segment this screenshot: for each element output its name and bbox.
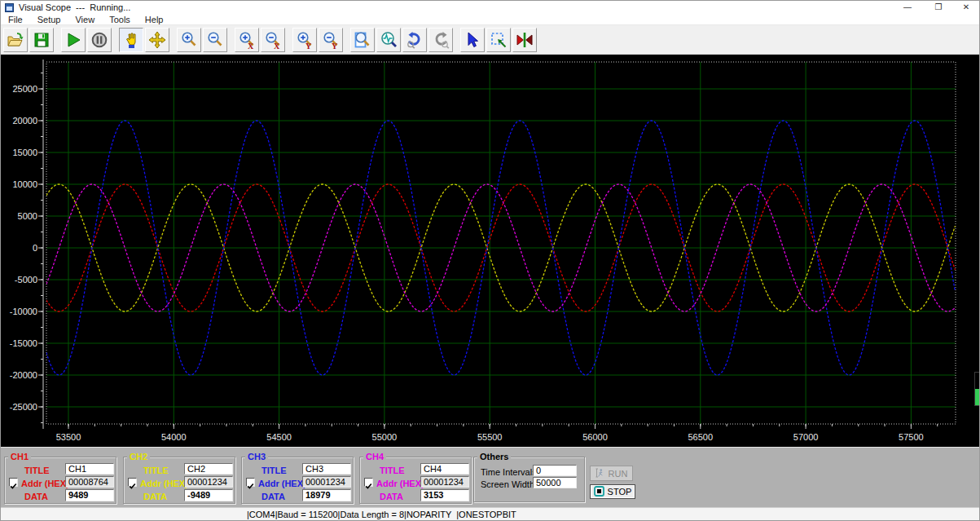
menu-setup[interactable]: Setup [30, 14, 68, 25]
svg-text:-25000: -25000 [10, 402, 37, 412]
ch2-addr-input[interactable]: 00001234 [184, 476, 233, 488]
svg-text:54000: 54000 [161, 432, 187, 442]
zoom-out-x-icon: X [264, 31, 282, 49]
time-intervals-input[interactable]: 0 [533, 465, 577, 476]
zoom-in-x-icon: X [238, 31, 256, 49]
ch3-title-input[interactable]: CH3 [302, 463, 351, 475]
measure-markers-button[interactable] [512, 28, 537, 52]
ch3-data-label: DATA [261, 492, 285, 501]
stop-icon [594, 486, 604, 498]
ch2-title-input[interactable]: CH2 [184, 463, 233, 475]
start-button[interactable] [61, 28, 86, 52]
others-caption: Others [477, 452, 511, 461]
ch1-groupbox: CH1TITLECH1Addr (HEX)00008764DATA9489 [4, 457, 116, 504]
ch2-title-label: TITLE [143, 466, 169, 475]
undo-zoom-icon [406, 31, 424, 49]
minimize-button[interactable]: — [895, 1, 920, 14]
ch3-groupbox: CH3TITLECH3Addr (HEX)00001234DATA18979 [241, 457, 354, 504]
waveform-search-icon [380, 31, 398, 49]
toolbar: XXYY [1, 25, 980, 55]
ch2-addr-checkbox[interactable] [128, 478, 137, 487]
stop-button[interactable]: STOP [590, 484, 635, 499]
open-button[interactable] [3, 28, 28, 52]
ch1-addr-label: Addr (HEX) [21, 479, 69, 488]
pause-button[interactable] [87, 28, 112, 52]
ch4-addr-checkbox[interactable] [364, 478, 373, 487]
menu-help[interactable]: Help [138, 14, 171, 25]
redo-zoom-icon [432, 31, 450, 49]
svg-text:X: X [248, 41, 254, 49]
zoom-out-icon [206, 31, 224, 49]
move-arrows-icon [148, 31, 166, 49]
move-view-button[interactable] [145, 28, 169, 52]
ch3-addr-input[interactable]: 00001234 [302, 476, 351, 488]
ch1-caption: CH1 [8, 452, 31, 461]
waveform-search-button[interactable] [376, 28, 401, 52]
ch4-groupbox: CH4TITLECH4Addr (HEX)00001234DATA3153 [359, 457, 472, 504]
buffer-indicator-fill [975, 389, 979, 405]
fit-view-button[interactable] [350, 28, 375, 52]
redo-zoom-button[interactable] [428, 28, 453, 52]
fit-page-icon [354, 31, 371, 49]
zoom-in-button[interactable] [177, 28, 201, 52]
run-button[interactable]: RUN [590, 466, 633, 481]
ch2-data-label: DATA [143, 492, 167, 501]
ch3-addr-checkbox[interactable] [246, 478, 255, 487]
visual-scope-window: { "window": { "title": "Visual Scope ---… [0, 0, 980, 521]
svg-text:-10000: -10000 [10, 307, 37, 316]
ch4-addr-input[interactable]: 00001234 [420, 476, 469, 488]
ch1-addr-input[interactable]: 00008764 [65, 476, 114, 488]
menu-tools[interactable]: Tools [102, 14, 138, 25]
svg-text:Y: Y [332, 41, 338, 49]
close-button[interactable]: ✕ [954, 1, 978, 14]
time-intervals-label: Time Intervals [481, 467, 537, 477]
control-panel: CH1TITLECH1Addr (HEX)00008764DATA9489CH2… [1, 447, 980, 507]
ch4-title-input[interactable]: CH4 [420, 463, 469, 475]
zoom-in-y-button[interactable]: Y [292, 28, 317, 52]
app-icon [5, 3, 14, 12]
stop-button-label: STOP [608, 487, 632, 497]
svg-text:0: 0 [33, 243, 37, 253]
menu-file[interactable]: File [1, 14, 30, 25]
pointer-button[interactable] [460, 28, 485, 52]
runner-icon [595, 468, 605, 479]
svg-text:5000: 5000 [18, 211, 37, 221]
zoom-in-x-button[interactable]: X [235, 28, 259, 52]
ch1-title-input[interactable]: CH1 [65, 463, 114, 475]
measure-icon [516, 31, 534, 49]
maximize-button[interactable]: ❐ [926, 1, 951, 14]
svg-text:10000: 10000 [12, 179, 37, 189]
svg-text:55000: 55000 [372, 432, 398, 442]
screen-width-label: Screen Width [481, 479, 534, 489]
ch3-addr-label: Addr (HEX) [258, 479, 306, 488]
svg-text:55500: 55500 [477, 432, 503, 442]
undo-zoom-button[interactable] [402, 28, 427, 52]
pan-hand-button[interactable] [119, 28, 143, 52]
zoom-out-button[interactable] [203, 28, 227, 52]
save-button[interactable] [29, 28, 54, 52]
waveform-plot[interactable]: -25000-20000-15000-10000-500005000100001… [1, 55, 980, 447]
svg-text:-20000: -20000 [10, 370, 37, 380]
ch1-addr-checkbox[interactable] [9, 478, 18, 487]
ch4-addr-label: Addr (HEX) [376, 479, 424, 488]
waveform-canvas: -25000-20000-15000-10000-500005000100001… [1, 55, 980, 447]
ch2-addr-label: Addr (HEX) [140, 479, 188, 488]
svg-text:56500: 56500 [688, 432, 714, 442]
svg-text:57500: 57500 [899, 432, 924, 442]
zoom-out-x-button[interactable]: X [261, 28, 285, 52]
svg-text:-15000: -15000 [10, 338, 37, 348]
svg-text:20000: 20000 [12, 116, 37, 126]
ch4-data-value: 3153 [420, 489, 469, 501]
menu-bar: FileSetupViewToolsHelp [1, 14, 980, 25]
menu-view[interactable]: View [68, 14, 102, 25]
svg-text:53500: 53500 [56, 432, 81, 442]
select-region-icon [490, 31, 508, 49]
ch3-title-label: TITLE [261, 466, 287, 475]
svg-text:Y: Y [305, 41, 312, 49]
ch4-title-label: TITLE [380, 466, 405, 475]
ch1-data-value: 9489 [65, 489, 114, 501]
select-region-button[interactable] [486, 28, 511, 52]
screen-width-input[interactable]: 50000 [533, 477, 577, 488]
zoom-out-y-button[interactable]: Y [319, 28, 343, 52]
zoom-in-icon [180, 31, 198, 49]
